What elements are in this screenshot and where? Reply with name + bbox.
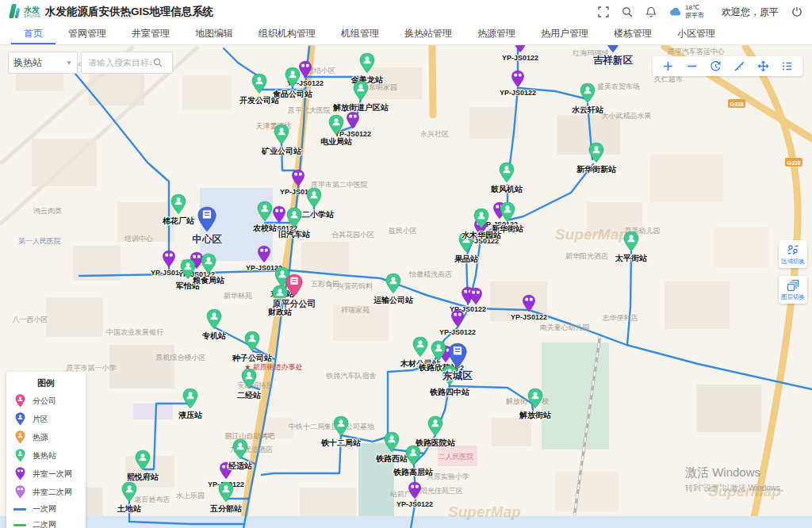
station-marker-label: 液压站 <box>178 410 202 421</box>
legend-item: 二次网 <box>13 519 79 528</box>
tab-2[interactable]: 管网管理 <box>56 24 119 44</box>
station-marker-label: 粮食局站 <box>193 275 224 286</box>
station-marker-label: 铁路高层站 <box>393 467 433 478</box>
region-switch-button[interactable]: 区域切换 <box>779 240 807 268</box>
district-marker-label: 东城区 <box>442 369 473 383</box>
bell-icon[interactable] <box>645 6 657 17</box>
tab-3[interactable]: 井室管理 <box>119 24 182 44</box>
main-nav: 首页管网管理井室管理地图编辑组织机构管理机组管理换热站管理热源管理热用户管理楼栋… <box>0 24 812 45</box>
search-icon[interactable] <box>622 6 633 17</box>
map-search-bar: 换热站 ▼ <box>8 52 173 74</box>
map-poi-label: 原机综合楼小区 <box>156 353 206 363</box>
map-poi-label: 第一人民医院 <box>18 236 61 247</box>
map-poi-label: 五彩食园 <box>311 279 339 289</box>
map-poi-label: 中铁十二局集团二公司基地 <box>289 422 374 432</box>
map-poi-label: 兴原实验小学 <box>427 472 469 482</box>
station-marker-label: 铁路医院站 <box>416 438 455 449</box>
logout-icon[interactable] <box>791 6 802 17</box>
search-magnifier-icon[interactable] <box>153 58 163 67</box>
legend-item: 一次网 <box>13 503 79 515</box>
map-toolbar <box>653 56 802 76</box>
app-logo: 水发 SHUIFA <box>10 4 40 20</box>
station-marker-label: 运输公司站 <box>373 295 413 306</box>
station-marker-label: 经适站 <box>228 461 252 472</box>
map-poi-label: 铁路汽车队宿舍 <box>327 371 377 381</box>
station-marker-label: 果品站 <box>454 254 478 265</box>
district-marker-label: 中心区 <box>192 233 222 247</box>
logo-en: SHUIFA <box>24 14 40 18</box>
legend-item-label: 二次网 <box>33 519 56 528</box>
fullscreen-icon[interactable] <box>598 6 609 17</box>
logo-icon <box>10 4 21 20</box>
legend-item-label: 一次网 <box>33 503 56 515</box>
tab-10[interactable]: 楼栋管理 <box>601 24 665 44</box>
tab-8[interactable]: 热源管理 <box>465 24 528 44</box>
layer-switch-button[interactable]: 图层切换 <box>779 276 807 304</box>
legend-item-label: 热源 <box>33 432 48 443</box>
tab-6[interactable]: 机组管理 <box>328 24 392 44</box>
pan-button[interactable] <box>757 60 769 72</box>
map-canvas[interactable]: G338G338 原平实验中学团结小区东明家园原平北大医院天津董酒坊永兴社区红海… <box>0 45 812 528</box>
legend-item: 井室二次网 <box>13 485 79 499</box>
legend-title: 图例 <box>13 377 79 389</box>
side-controls: 区域切换 图层切换 <box>779 240 807 304</box>
zoom-in-button[interactable] <box>662 60 674 72</box>
tab-4[interactable]: 地图编辑 <box>182 24 246 44</box>
legend-item-label: 井室二次网 <box>33 487 72 498</box>
map-poi-label: 新华阳光酒店 <box>565 251 608 262</box>
legend-pin-icon <box>13 485 26 499</box>
tab-9[interactable]: 热用户管理 <box>528 24 601 44</box>
weather-widget[interactable]: 18℃ 原平市 <box>669 4 704 20</box>
station-marker-label: 鼓风机站 <box>491 184 523 195</box>
well-marker-label: YP-JS0122 <box>500 89 536 97</box>
map-marker-layer: 原平实验中学团结小区东明家园原平北大医院天津董酒坊永兴社区红海玛瑙城原平汽车客运… <box>0 45 812 528</box>
map-poi-label: 原平北大医院 <box>288 105 331 116</box>
legend-line-icon <box>13 524 26 526</box>
legend-pin-icon <box>13 430 26 444</box>
supermap-watermark: SuperMap <box>708 483 781 500</box>
well-marker-label: YP-JS0122 <box>439 328 476 336</box>
legend-item: 井室一次网 <box>13 467 79 480</box>
map-poi-label: 水上乐园 <box>176 491 205 501</box>
search-category-value: 换热站 <box>13 56 42 70</box>
map-poi-label: 阳光佳苑三区 <box>420 486 463 496</box>
search-input[interactable] <box>86 57 153 68</box>
tab-5[interactable]: 组织机构管理 <box>246 24 328 44</box>
tab-11[interactable]: 小区管理 <box>665 24 728 44</box>
station-marker-label: 食品公司站 <box>273 89 312 100</box>
legend-pin-icon <box>13 412 26 426</box>
search-category-select[interactable]: 换热站 ▼ <box>8 52 78 74</box>
map-poi-label: 广兴营药饲料 <box>330 281 373 292</box>
legend-item: 热源 <box>13 430 79 444</box>
measure-button[interactable] <box>733 60 745 72</box>
weather-city: 原平市 <box>685 12 704 20</box>
tab-7[interactable]: 换热站管理 <box>392 24 465 44</box>
reset-view-button[interactable] <box>710 60 722 72</box>
well-marker-label: YP-JS0122 <box>396 500 433 508</box>
station-marker-label: 矿业公司站 <box>262 146 301 157</box>
station-marker-label: 解放街道户区站 <box>333 102 389 113</box>
layer-list-button[interactable] <box>781 60 793 72</box>
station-marker-label: 铁路四中站 <box>430 387 469 398</box>
legend-line-icon <box>13 508 26 511</box>
legend-item-label: 分公司 <box>33 396 56 407</box>
legend-pin-icon <box>13 449 26 462</box>
map-poi-label: 祥瑞家苑 <box>341 305 370 316</box>
supermap-watermark: SuperMap <box>555 226 628 243</box>
zoom-out-button[interactable] <box>686 60 698 72</box>
map-poi-label: 培训中心 <box>124 234 153 244</box>
station-marker-label: 农校站 <box>253 223 277 234</box>
station-marker-label: 棉花厂站 <box>163 216 194 227</box>
station-marker-label: 种子公司站 <box>232 353 272 364</box>
map-poi-label: 鸿云肉类 <box>33 206 62 216</box>
map-poi-label: 二人民医院 <box>439 452 474 462</box>
tab-1[interactable]: 首页 <box>11 24 56 44</box>
map-poi-label: 益民小区 <box>389 226 417 236</box>
temperature: 18℃ <box>685 4 704 12</box>
map-poi-label: 原平汽车客运中心 <box>668 47 725 57</box>
map-poi-label: 大小武精品水果 <box>602 111 652 121</box>
map-poi-label: 盛美农贸市场 <box>597 82 640 92</box>
legend-item: 片区 <box>13 412 79 426</box>
legend-item-label: 井室一次网 <box>33 469 72 480</box>
legend-item: 换热站 <box>13 449 79 462</box>
